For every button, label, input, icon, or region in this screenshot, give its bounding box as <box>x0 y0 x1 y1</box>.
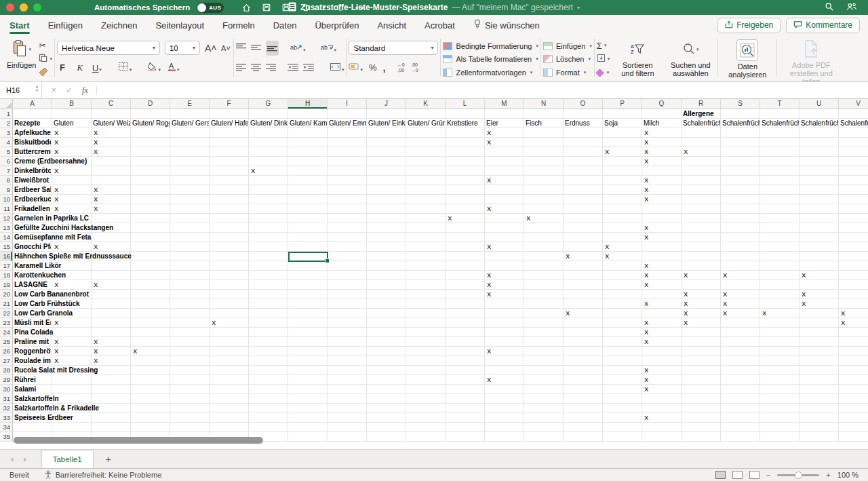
cell-K29[interactable] <box>406 375 446 385</box>
cell-F14[interactable] <box>210 233 249 242</box>
cell-H22[interactable] <box>288 309 328 318</box>
cell-O24[interactable] <box>564 328 603 337</box>
cell-R28[interactable] <box>682 366 721 375</box>
cell-L4[interactable] <box>446 138 485 147</box>
increase-decimal-button[interactable]: ←0,00 <box>397 62 405 73</box>
cell-U13[interactable] <box>800 223 839 233</box>
cell-Q25[interactable]: X <box>642 337 682 347</box>
cell-F7[interactable] <box>210 166 249 176</box>
column-header-M[interactable]: M <box>485 99 524 109</box>
column-header-C[interactable]: C <box>92 99 131 109</box>
cell-S7[interactable] <box>721 166 760 176</box>
decrease-font-button[interactable]: A˅ <box>220 44 231 52</box>
cell-S8[interactable] <box>721 176 760 185</box>
cell-G6[interactable] <box>249 157 288 166</box>
cell-S3[interactable] <box>721 128 760 138</box>
row-header-33[interactable]: 33 <box>0 413 13 423</box>
zoom-out-button[interactable]: − <box>766 471 770 479</box>
cell-D28[interactable] <box>131 366 170 375</box>
ribbon-tab-start[interactable]: Start <box>9 15 30 35</box>
cut-button[interactable]: ✂ <box>39 39 52 52</box>
cell-U16[interactable] <box>800 252 839 261</box>
cell-R15[interactable] <box>682 242 721 252</box>
cell-O23[interactable] <box>564 318 603 328</box>
cell-D26[interactable]: X <box>131 347 170 356</box>
cell-N35[interactable] <box>524 432 564 442</box>
cell-K5[interactable] <box>406 147 446 157</box>
cell-I18[interactable] <box>328 271 367 280</box>
cell-S10[interactable] <box>721 195 760 204</box>
cell-B26[interactable]: X <box>52 347 92 356</box>
cell-V3[interactable] <box>839 128 868 138</box>
cell-V20[interactable] <box>839 290 868 299</box>
cell-G34[interactable] <box>249 423 288 432</box>
cell-V22[interactable]: X <box>839 309 868 318</box>
cell-J17[interactable] <box>367 261 406 271</box>
decrease-indent-button[interactable] <box>288 62 298 74</box>
column-header-G[interactable]: G <box>249 99 288 109</box>
cell-K24[interactable] <box>406 328 446 337</box>
cell-L24[interactable] <box>446 328 485 337</box>
cell-O3[interactable] <box>564 128 603 138</box>
row-header-6[interactable]: 6 <box>0 157 13 166</box>
cell-C8[interactable] <box>92 176 131 185</box>
cell-E3[interactable] <box>170 128 210 138</box>
cell-R21[interactable]: X <box>682 299 721 309</box>
row-header-8[interactable]: 8 <box>0 176 13 185</box>
cell-N8[interactable] <box>524 176 564 185</box>
cell-P3[interactable] <box>603 128 642 138</box>
cell-N31[interactable] <box>524 394 564 404</box>
cell-L16[interactable] <box>446 252 485 261</box>
cell-H19[interactable] <box>288 280 328 290</box>
cell-P6[interactable] <box>603 157 642 166</box>
column-header-U[interactable]: U <box>800 99 839 109</box>
cell-A2[interactable]: Rezepte <box>13 119 52 128</box>
cell-T22[interactable]: X <box>760 309 800 318</box>
cell-O11[interactable] <box>564 204 603 214</box>
column-header-H[interactable]: H <box>288 99 328 109</box>
cell-A8[interactable]: Eiweißbrot <box>13 176 52 185</box>
cell-J22[interactable] <box>367 309 406 318</box>
cell-K20[interactable] <box>406 290 446 299</box>
cell-O6[interactable] <box>564 157 603 166</box>
cell-I12[interactable] <box>328 214 367 223</box>
cell-N22[interactable] <box>524 309 564 318</box>
cell-R12[interactable] <box>682 214 721 223</box>
cell-A5[interactable]: Buttercreme <box>13 147 52 157</box>
cell-S13[interactable] <box>721 223 760 233</box>
cell-T26[interactable] <box>760 347 800 356</box>
cell-K25[interactable] <box>406 337 446 347</box>
format-cells-button[interactable]: Format ▾ <box>543 66 592 79</box>
cell-J21[interactable] <box>367 299 406 309</box>
cell-C19[interactable]: X <box>92 280 131 290</box>
analyze-data-button[interactable]: Daten analysieren <box>720 38 774 80</box>
cell-H5[interactable] <box>288 147 328 157</box>
cell-L23[interactable] <box>446 318 485 328</box>
cell-K30[interactable] <box>406 385 446 394</box>
cell-K4[interactable] <box>406 138 446 147</box>
cell-G12[interactable] <box>249 214 288 223</box>
cell-F17[interactable] <box>210 261 249 271</box>
column-header-P[interactable]: P <box>603 99 642 109</box>
cell-Q13[interactable]: X <box>642 223 682 233</box>
cell-D11[interactable] <box>131 204 170 214</box>
cell-S5[interactable] <box>721 147 760 157</box>
cell-F29[interactable] <box>210 375 249 385</box>
cell-B30[interactable] <box>52 385 92 394</box>
cell-L11[interactable] <box>446 204 485 214</box>
cell-E20[interactable] <box>170 290 210 299</box>
cell-D16[interactable] <box>131 252 170 261</box>
cell-F12[interactable] <box>210 214 249 223</box>
cell-Q20[interactable] <box>642 290 682 299</box>
cell-M9[interactable] <box>485 185 524 195</box>
cell-M24[interactable] <box>485 328 524 337</box>
cell-R22[interactable]: X <box>682 309 721 318</box>
ribbon-tab-zeichnen[interactable]: Zeichnen <box>101 15 137 35</box>
cell-C18[interactable] <box>92 271 131 280</box>
cell-R16[interactable] <box>682 252 721 261</box>
cell-A4[interactable]: Biskuitboder <box>13 138 52 147</box>
cell-E2[interactable]: Gluten/ Gerst <box>170 119 210 128</box>
accessibility-status[interactable]: Barrierefreiheit: Keine Probleme <box>44 470 162 480</box>
cell-B9[interactable]: X <box>52 185 92 195</box>
cell-D6[interactable] <box>131 157 170 166</box>
